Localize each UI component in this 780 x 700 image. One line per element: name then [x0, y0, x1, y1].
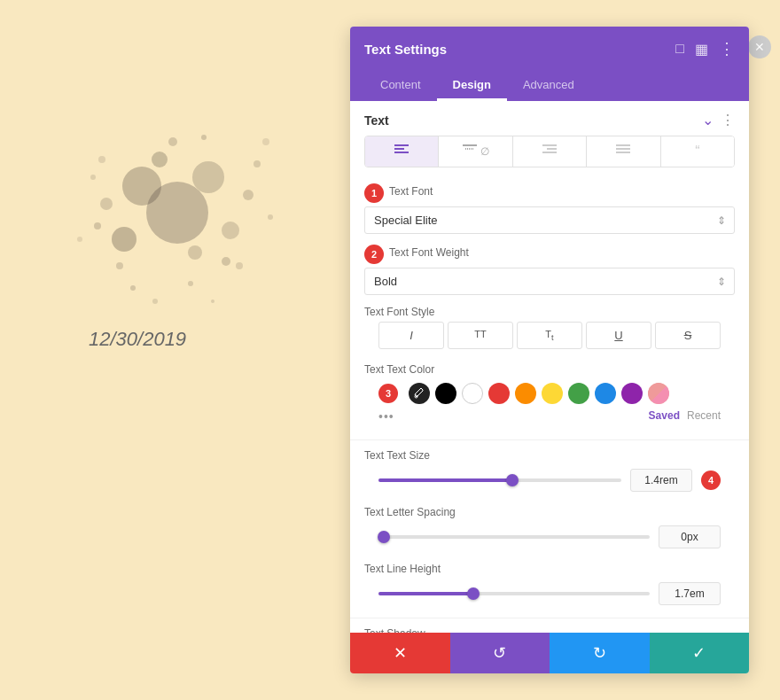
text-size-track[interactable] — [378, 478, 621, 482]
confirm-button[interactable]: ✓ — [650, 633, 750, 673]
text-font-weight-row: 2 Text Font Weight Bold — [350, 239, 749, 300]
align-justify-button[interactable] — [587, 136, 660, 167]
svg-point-3 — [112, 227, 136, 252]
line-height-label: Text Line Height — [364, 563, 735, 575]
svg-rect-33 — [542, 152, 557, 153]
canvas-date: 12/30/2019 — [89, 328, 186, 351]
svg-point-7 — [100, 198, 113, 210]
more-icon[interactable]: ⋮ — [719, 39, 735, 58]
color-orange[interactable] — [515, 383, 536, 404]
bottom-toolbar: ✕ ↺ ↻ ✓ — [350, 633, 749, 673]
step-3-badge: 3 — [378, 384, 398, 403]
align-right-button[interactable] — [513, 136, 587, 167]
color-black[interactable] — [435, 383, 456, 404]
svg-point-13 — [94, 222, 101, 229]
step-4-badge: 4 — [701, 471, 721, 490]
tab-design[interactable]: Design — [437, 71, 507, 101]
style-tt-button[interactable]: TT — [448, 322, 513, 349]
line-height-slider-row — [364, 579, 735, 609]
color-swatches: 3 — [364, 379, 735, 408]
color-white[interactable] — [462, 383, 483, 404]
line-height-thumb[interactable] — [467, 587, 480, 600]
svg-point-1 — [122, 167, 161, 206]
letter-spacing-thumb[interactable] — [378, 531, 390, 543]
redo-button[interactable]: ↻ — [550, 633, 650, 673]
align-left-button[interactable] — [365, 136, 439, 167]
section-more-icon[interactable]: ⋮ — [721, 112, 735, 128]
canvas-close-button[interactable]: ✕ — [748, 35, 771, 58]
section-header: Text ⌄ ⋮ — [350, 101, 749, 136]
svg-point-12 — [254, 160, 261, 167]
text-size-slider-row: 4 — [364, 465, 735, 495]
svg-point-8 — [243, 190, 254, 200]
section-collapse-icon[interactable]: ⌄ — [702, 112, 714, 128]
color-purple[interactable] — [621, 383, 643, 404]
letter-spacing-label: Text Letter Spacing — [364, 506, 735, 518]
cancel-button[interactable]: ✕ — [350, 633, 450, 673]
alignment-buttons: ∅ “ — [364, 136, 735, 167]
svg-point-19 — [268, 214, 273, 220]
style-underline-button[interactable]: U — [586, 322, 651, 349]
text-font-row: 1 Text Font Special Elite — [350, 178, 749, 239]
color-tab-saved[interactable]: Saved — [649, 409, 680, 424]
text-font-style-row: Text Font Style I TT Tt U S — [350, 300, 749, 358]
text-color-row: Text Text Color 3 — [350, 358, 749, 436]
svg-point-15 — [236, 262, 243, 269]
color-pink[interactable] — [648, 383, 669, 404]
undo-button[interactable]: ↺ — [450, 633, 550, 673]
splatter-decoration — [53, 89, 301, 337]
text-font-label: Text Font — [389, 185, 433, 198]
line-height-input[interactable] — [659, 582, 721, 605]
settings-panel: Text Settings □ ▦ ⋮ Content Design Advan… — [350, 27, 749, 673]
text-font-weight-select[interactable]: Bold — [364, 268, 735, 295]
style-title-button[interactable]: Tt — [517, 322, 582, 349]
text-color-label: Text Text Color — [364, 363, 735, 376]
svg-rect-32 — [547, 148, 557, 150]
panel-header-icons: □ ▦ ⋮ — [675, 39, 735, 58]
color-green[interactable] — [568, 383, 589, 404]
align-quote-button[interactable]: “ — [661, 136, 734, 167]
text-size-input[interactable] — [630, 469, 692, 492]
text-font-weight-label: Text Font Weight — [389, 246, 469, 259]
letter-spacing-input[interactable] — [659, 525, 721, 548]
tab-content[interactable]: Content — [364, 71, 437, 101]
svg-point-17 — [201, 135, 207, 140]
color-tabs: ••• Saved Recent — [364, 408, 735, 431]
svg-rect-27 — [394, 152, 409, 153]
svg-point-21 — [98, 156, 105, 163]
color-yellow[interactable] — [542, 383, 563, 404]
color-blue[interactable] — [595, 383, 616, 404]
line-height-row: Text Line Height — [350, 557, 749, 614]
svg-point-20 — [152, 299, 158, 304]
align-center-button[interactable]: ∅ — [439, 136, 512, 167]
style-buttons: I TT Tt U S — [378, 322, 721, 349]
more-colors-button[interactable]: ••• — [378, 409, 394, 424]
style-strikethrough-button[interactable]: S — [655, 322, 721, 349]
text-font-style-label: Text Font Style — [364, 306, 735, 318]
style-italic-button[interactable]: I — [378, 322, 444, 349]
section-title: Text — [364, 113, 389, 128]
svg-rect-26 — [394, 148, 404, 150]
svg-point-5 — [152, 152, 168, 167]
text-font-select-wrapper: Special Elite — [364, 206, 735, 234]
svg-rect-25 — [394, 144, 409, 146]
panel-header: Text Settings □ ▦ ⋮ — [350, 27, 749, 71]
text-size-thumb[interactable] — [506, 474, 519, 486]
text-size-label: Text Text Size — [364, 449, 735, 462]
text-font-select[interactable]: Special Elite — [364, 206, 735, 234]
color-tab-recent[interactable]: Recent — [687, 409, 721, 424]
text-font-weight-select-wrapper: Bold — [364, 268, 735, 295]
focus-icon[interactable]: □ — [675, 41, 684, 57]
line-height-track[interactable] — [378, 592, 650, 595]
tab-advanced[interactable]: Advanced — [507, 71, 590, 101]
step-1-badge: 1 — [364, 183, 384, 203]
eyedropper-button[interactable] — [409, 383, 430, 404]
columns-icon[interactable]: ▦ — [695, 41, 708, 58]
svg-rect-31 — [542, 144, 557, 146]
letter-spacing-track[interactable] — [378, 535, 650, 539]
color-red[interactable] — [488, 383, 510, 404]
svg-point-11 — [116, 262, 123, 269]
svg-point-23 — [211, 299, 214, 303]
svg-point-16 — [130, 285, 136, 291]
letter-spacing-slider-row — [364, 522, 735, 552]
